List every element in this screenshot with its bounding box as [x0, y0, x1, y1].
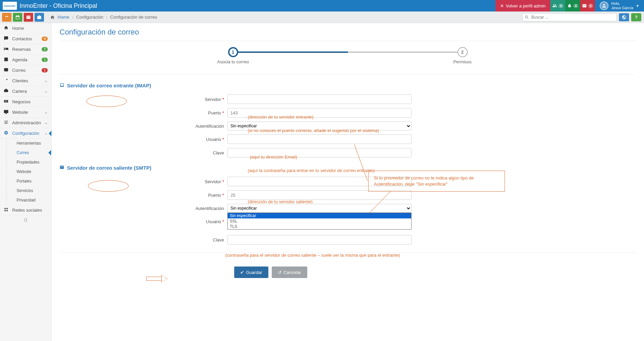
- sidebar-item-label: Configuración: [12, 131, 39, 136]
- sidebar-sub-correo[interactable]: Correo: [6, 148, 51, 157]
- breadcrumb-home[interactable]: Home: [58, 15, 69, 20]
- step-2[interactable]: 2 Permisos: [458, 47, 468, 57]
- imap-usuario-input[interactable]: [227, 134, 412, 144]
- user-name: Jesus García: [611, 6, 633, 10]
- app-logo: inmoenter: [3, 2, 17, 10]
- sidebar-item-negocios[interactable]: Negocios: [0, 97, 51, 107]
- sidebar-sub-privacidad[interactable]: Privacidad: [6, 195, 51, 205]
- help-button[interactable]: ?: [631, 13, 641, 21]
- cancel-button-label: Cancelar: [284, 270, 301, 275]
- sidebar-collapse-button[interactable]: ⟨⟨: [0, 215, 51, 225]
- bed-icon: [3, 46, 9, 52]
- step-1[interactable]: 1 Asocia tu correo: [228, 47, 238, 57]
- section-smtp-title: Servidor de correo saliente (SMTP): [60, 165, 636, 171]
- money-icon: [3, 99, 9, 105]
- sidebar-item-website[interactable]: Website⌄: [0, 107, 51, 118]
- breadcrumb-mail: Configuración de correo: [110, 15, 157, 20]
- save-button[interactable]: ✔ Guardar: [234, 267, 268, 278]
- toolbar-calendar-button[interactable]: [13, 13, 22, 22]
- globe-button[interactable]: [619, 13, 629, 21]
- user-text: Hola, Jesus García: [611, 1, 633, 10]
- users-badge: 4: [558, 4, 564, 8]
- check-icon: ✔: [240, 270, 244, 275]
- inbox-icon: [60, 83, 64, 88]
- question-icon: ?: [635, 15, 638, 20]
- sidebar-item-configuracion[interactable]: Configuración⌄: [0, 128, 51, 138]
- breadcrumb-config: Configuración: [76, 15, 103, 20]
- page-title: Configuración de correo: [60, 28, 636, 41]
- search-icon: [525, 15, 529, 21]
- header-users-button[interactable]: 4: [550, 0, 565, 12]
- sidebar-item-label: Agenda: [12, 57, 27, 62]
- header-notifications-button[interactable]: 4: [565, 0, 580, 12]
- imap-clave-input[interactable]: [227, 148, 412, 157]
- sidebar-sub-servicios[interactable]: Servicios: [6, 186, 51, 195]
- sidebar-sub-propiedades[interactable]: Propiedades: [6, 157, 51, 167]
- sidebar: Home Contactos4 Reservas2 Agenda1 Correo…: [0, 23, 51, 341]
- imap-puerto-input[interactable]: [227, 108, 412, 118]
- chevron-down-icon: ⌄: [44, 110, 48, 114]
- sidebar-item-label: Website: [12, 110, 28, 115]
- bell-badge: 4: [573, 4, 579, 8]
- sidebar-item-label: Correo: [12, 68, 26, 73]
- sidebar-item-label: Clientes: [12, 78, 28, 83]
- calendar-icon: [3, 57, 9, 63]
- sidebar-item-clientes[interactable]: Clientes⌄: [0, 76, 51, 86]
- annotation-hint: (dirección de tu servidor saliente): [248, 199, 312, 204]
- sidebar-sub-label: Correo: [17, 150, 29, 155]
- toolbar-mail-button[interactable]: [24, 13, 33, 22]
- sidebar-badge: 1: [42, 68, 48, 72]
- chevron-right-icon: ›: [72, 15, 73, 20]
- imap-servidor-input[interactable]: [227, 94, 412, 104]
- breadcrumb: Home › Configuración › Configuración de …: [50, 15, 157, 20]
- envelope-icon: [60, 165, 64, 171]
- user-menu[interactable]: Hola, Jesus García ▼: [595, 0, 644, 12]
- calendar-icon: [15, 15, 20, 20]
- sidebar-item-correo[interactable]: Correo1: [0, 65, 51, 76]
- chevron-down-icon: ⌄: [44, 131, 48, 135]
- sidebar-item-label: Contactos: [12, 36, 32, 41]
- step-label: Permisos: [453, 59, 471, 64]
- sidebar-item-label: Administración: [12, 120, 41, 125]
- toolbar-contacts-button[interactable]: [2, 13, 12, 22]
- sidebar-item-cartera[interactable]: Cartera⌄: [0, 86, 51, 97]
- sidebar-sub-herramientas[interactable]: Herramientas: [6, 138, 51, 148]
- annotation-hint: (contraseña para el servidor de correo s…: [225, 253, 400, 258]
- sliders-icon: [3, 120, 9, 126]
- comment-icon: [3, 36, 9, 42]
- desktop-icon: [3, 109, 9, 115]
- briefcase-icon: [3, 88, 9, 94]
- label-auth-in: Autentificación: [60, 124, 227, 129]
- chevron-down-icon: ⌄: [44, 78, 48, 83]
- toolbar-briefcase-button[interactable]: [35, 13, 44, 22]
- label-servidor-out: Servidor *: [60, 179, 227, 184]
- wizard-steps: 1 Asocia tu correo 2 Permisos: [60, 47, 636, 57]
- sidebar-sub-label: Portales: [17, 179, 31, 184]
- back-to-admin-button[interactable]: ✕ Volver a perfil admin: [495, 0, 551, 12]
- sidebar-item-home[interactable]: Home: [0, 23, 51, 34]
- sidebar-sub-portales[interactable]: Portales: [6, 176, 51, 186]
- sidebar-item-redes[interactable]: Redes sociales: [0, 205, 51, 215]
- auth-option-ssl[interactable]: SSL: [228, 218, 411, 224]
- imap-auth-select[interactable]: Sin especificar: [227, 122, 412, 130]
- label-auth-out: Autentificación: [60, 206, 227, 211]
- search-box: [522, 13, 617, 21]
- gear-icon: [3, 130, 9, 136]
- home-icon: [50, 15, 55, 20]
- search-input[interactable]: [522, 13, 617, 21]
- callout-text: Si tu proveedor de correo no te indica a…: [374, 175, 474, 187]
- smtp-auth-select[interactable]: Sin especificar: [227, 204, 412, 213]
- sidebar-sub-website[interactable]: Website: [6, 167, 51, 176]
- header-mail-button[interactable]: 8: [580, 0, 595, 12]
- sidebar-item-administracion[interactable]: Administración⌄: [0, 118, 51, 128]
- label-clave-out: Clave: [60, 237, 227, 242]
- sidebar-item-agenda[interactable]: Agenda1: [0, 55, 51, 65]
- smtp-clave-input[interactable]: [227, 235, 412, 244]
- sidebar-item-contactos[interactable]: Contactos4: [0, 34, 51, 44]
- sidebar-sub-label: Propiedades: [17, 160, 39, 165]
- sidebar-item-reservas[interactable]: Reservas2: [0, 44, 51, 55]
- app-header: inmoenter InmoEnter - Oficina Principal …: [0, 0, 644, 12]
- auth-option-tls[interactable]: TLS: [228, 224, 411, 229]
- cancel-button[interactable]: ↺ Cancelar: [272, 267, 307, 278]
- auth-option-sin[interactable]: Sin especificar: [228, 213, 411, 218]
